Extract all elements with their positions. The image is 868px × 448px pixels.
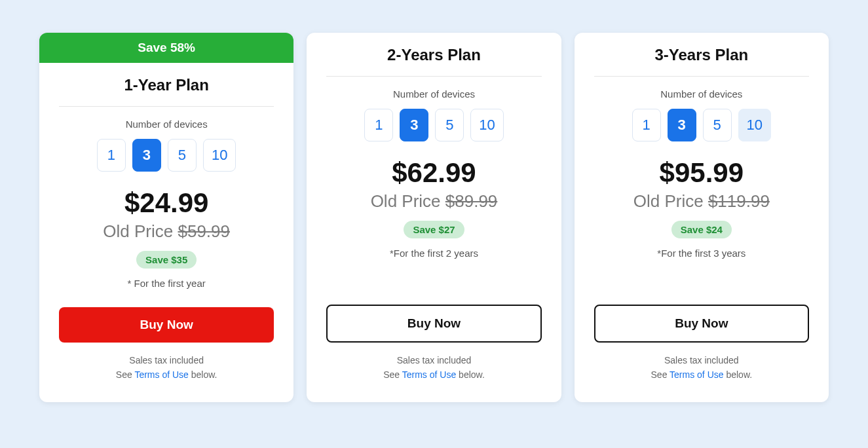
plan-title: 1-Year Plan bbox=[59, 76, 274, 107]
devices-label: Number of devices bbox=[59, 119, 274, 130]
plan-card: 2-Years PlanNumber of devices13510$62.99… bbox=[307, 33, 561, 402]
tax-included-text: Sales tax included bbox=[594, 353, 809, 367]
old-price-value: $119.99 bbox=[708, 191, 770, 211]
plan-body: 3-Years PlanNumber of devices13510$95.99… bbox=[575, 33, 829, 402]
price-note: *For the first 3 years bbox=[594, 248, 809, 259]
tax-info: Sales tax includedSee Terms of Use below… bbox=[326, 353, 541, 383]
old-price: Old Price $119.99 bbox=[594, 191, 809, 212]
see-suffix: below. bbox=[189, 369, 217, 380]
old-price-value: $59.99 bbox=[178, 221, 230, 241]
device-option[interactable]: 3 bbox=[132, 139, 161, 172]
plan-title: 3-Years Plan bbox=[594, 46, 809, 77]
plan-card: Save 58%1-Year PlanNumber of devices1351… bbox=[39, 33, 293, 402]
device-option[interactable]: 3 bbox=[400, 109, 428, 141]
price-note: * For the first year bbox=[59, 278, 274, 289]
devices-label: Number of devices bbox=[326, 88, 541, 100]
pricing-plans: Save 58%1-Year PlanNumber of devices1351… bbox=[39, 33, 829, 402]
see-prefix: See bbox=[651, 369, 670, 380]
old-price-label: Old Price bbox=[371, 191, 445, 211]
tax-included-text: Sales tax included bbox=[326, 353, 541, 367]
save-badge: Save $35 bbox=[136, 251, 197, 269]
device-options: 13510 bbox=[594, 109, 809, 141]
buy-now-button[interactable]: Buy Now bbox=[59, 307, 274, 343]
plan-price: $95.99 bbox=[594, 157, 809, 189]
plan-card: 3-Years PlanNumber of devices13510$95.99… bbox=[575, 33, 829, 402]
see-prefix: See bbox=[116, 369, 135, 380]
save-banner: Save 58% bbox=[39, 33, 293, 63]
buy-now-button[interactable]: Buy Now bbox=[594, 305, 809, 343]
plan-price: $24.99 bbox=[59, 187, 274, 219]
device-option[interactable]: 3 bbox=[668, 109, 696, 141]
device-options: 13510 bbox=[59, 139, 274, 172]
terms-line: See Terms of Use below. bbox=[326, 367, 541, 382]
save-badge: Save $24 bbox=[671, 221, 732, 238]
plan-title: 2-Years Plan bbox=[326, 46, 541, 77]
plan-price: $62.99 bbox=[326, 157, 541, 189]
device-option[interactable]: 5 bbox=[703, 109, 732, 141]
device-option[interactable]: 1 bbox=[364, 109, 393, 141]
device-option[interactable]: 10 bbox=[203, 139, 236, 172]
old-price: Old Price $59.99 bbox=[59, 221, 274, 242]
plan-body: 2-Years PlanNumber of devices13510$62.99… bbox=[307, 33, 561, 402]
device-option[interactable]: 1 bbox=[97, 139, 126, 172]
terms-line: See Terms of Use below. bbox=[594, 367, 809, 382]
device-option[interactable]: 10 bbox=[738, 109, 771, 141]
tax-info: Sales tax includedSee Terms of Use below… bbox=[59, 353, 274, 383]
see-prefix: See bbox=[383, 369, 402, 380]
old-price-value: $89.99 bbox=[445, 191, 498, 211]
tax-info: Sales tax includedSee Terms of Use below… bbox=[594, 353, 809, 383]
devices-label: Number of devices bbox=[594, 88, 809, 100]
terms-of-use-link[interactable]: Terms of Use bbox=[134, 369, 188, 380]
buy-now-button[interactable]: Buy Now bbox=[326, 305, 541, 343]
price-note: *For the first 2 years bbox=[326, 248, 541, 259]
plan-body: 1-Year PlanNumber of devices13510$24.99O… bbox=[39, 63, 293, 402]
device-option[interactable]: 5 bbox=[168, 139, 197, 172]
old-price: Old Price $89.99 bbox=[326, 191, 541, 212]
see-suffix: below. bbox=[724, 369, 753, 380]
device-option[interactable]: 1 bbox=[632, 109, 661, 141]
old-price-label: Old Price bbox=[633, 191, 708, 211]
tax-included-text: Sales tax included bbox=[59, 353, 274, 367]
device-option[interactable]: 10 bbox=[470, 109, 503, 141]
device-options: 13510 bbox=[326, 109, 541, 141]
device-option[interactable]: 5 bbox=[435, 109, 464, 141]
terms-of-use-link[interactable]: Terms of Use bbox=[402, 369, 456, 380]
see-suffix: below. bbox=[456, 369, 485, 380]
terms-of-use-link[interactable]: Terms of Use bbox=[670, 369, 723, 380]
save-badge: Save $27 bbox=[404, 221, 464, 238]
terms-line: See Terms of Use below. bbox=[59, 367, 274, 382]
old-price-label: Old Price bbox=[103, 221, 178, 241]
